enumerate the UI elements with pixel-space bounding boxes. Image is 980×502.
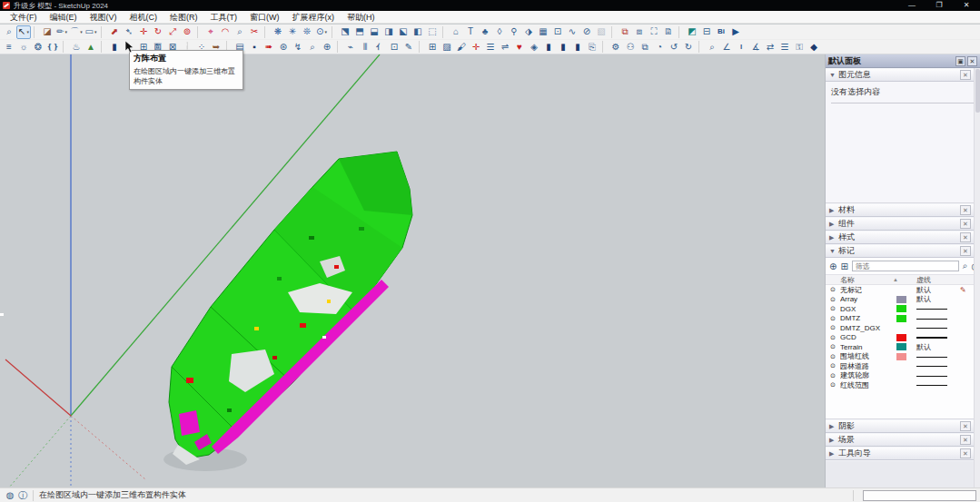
- add-tag-folder-icon[interactable]: ⊞: [840, 261, 847, 271]
- menu-item-3[interactable]: 视图(V): [84, 11, 124, 24]
- ibeam-icon[interactable]: I: [734, 40, 748, 54]
- lightning-icon[interactable]: ↯: [291, 40, 305, 54]
- tag-row[interactable]: ⊙DMTZ: [826, 314, 980, 324]
- section-cut-icon[interactable]: ✂: [247, 25, 262, 39]
- tag-row[interactable]: ⊙Array默认: [826, 295, 980, 305]
- rectangle-tool-icon[interactable]: ▭▾: [84, 25, 98, 39]
- tags-close-icon[interactable]: ✕: [960, 246, 971, 256]
- printer-icon[interactable]: ♨: [69, 40, 84, 54]
- close-button[interactable]: ✕: [953, 0, 980, 11]
- view-right-icon[interactable]: ◨: [381, 25, 396, 39]
- image2-icon[interactable]: ▨: [440, 40, 454, 54]
- dark-block-icon[interactable]: ▮: [107, 40, 122, 54]
- section-close-icon[interactable]: ✕: [960, 435, 971, 445]
- dropdown-arrow-icon[interactable]: ▾: [64, 30, 67, 34]
- visibility-eye-icon[interactable]: ⊙: [826, 362, 840, 369]
- tag-color-swatch[interactable]: [896, 353, 916, 360]
- play-icon[interactable]: ▶: [728, 25, 743, 39]
- tag-color-swatch[interactable]: [896, 315, 916, 322]
- person2-icon[interactable]: 亻: [372, 40, 387, 54]
- menu-item-7[interactable]: 窗口(W): [243, 11, 286, 24]
- measurement-input[interactable]: [863, 490, 976, 501]
- visibility-eye-icon[interactable]: ⊙: [826, 381, 840, 389]
- tag-name[interactable]: 园林道路: [840, 361, 896, 371]
- window-icon[interactable]: ⊡: [387, 40, 401, 54]
- transform-3-icon[interactable]: ⛶: [647, 25, 661, 39]
- tag-color-swatch[interactable]: [896, 343, 916, 350]
- rotate-tool-icon[interactable]: ↻: [151, 25, 165, 39]
- tray-top-section-3[interactable]: ▶样式✕: [826, 231, 980, 244]
- tag-search-icon[interactable]: ⌕: [963, 261, 968, 271]
- tray-bottom-section-1[interactable]: ▶阴影✕: [826, 419, 980, 433]
- tag-dash-style[interactable]: [916, 362, 960, 370]
- home-icon[interactable]: ⌂: [449, 25, 463, 39]
- flows-icon[interactable]: ⇌: [498, 40, 512, 54]
- tag-filter-input[interactable]: [852, 261, 959, 271]
- clipboard-3-icon[interactable]: ▮: [570, 40, 585, 54]
- tray-top-section-2[interactable]: ▶组件✕: [826, 217, 980, 231]
- cross2-icon[interactable]: ✛: [469, 40, 483, 54]
- globe-gear-icon[interactable]: ❂: [31, 40, 45, 54]
- dropdown-arrow-icon[interactable]: ▾: [94, 30, 97, 34]
- offset-tool-icon[interactable]: ⊚: [180, 25, 194, 39]
- list-icon[interactable]: ≡: [2, 40, 16, 54]
- column-dashes-label[interactable]: 虚线: [916, 275, 931, 285]
- layers-icon[interactable]: ☰: [483, 40, 498, 54]
- tag-row[interactable]: ⊙红线范围: [826, 380, 980, 390]
- text-tool-icon[interactable]: T: [463, 25, 478, 39]
- angle-icon[interactable]: ∠: [719, 40, 734, 54]
- zoom-window-icon[interactable]: ⌕: [233, 25, 247, 39]
- list2-icon[interactable]: ☰: [777, 40, 792, 54]
- redo-circle-icon[interactable]: ↻: [681, 40, 696, 54]
- tag-dash-style[interactable]: [916, 305, 960, 313]
- tag-name[interactable]: GCD: [840, 333, 896, 341]
- download-circle-icon[interactable]: ⊕: [320, 40, 334, 54]
- tape-measure-icon[interactable]: ⌖: [203, 25, 218, 39]
- person-component-icon[interactable]: ⚲: [507, 25, 521, 39]
- tag-name[interactable]: 建筑轮廓: [840, 370, 896, 380]
- tag-dash-style[interactable]: 默认: [916, 285, 960, 295]
- menu-item-9[interactable]: 帮助(H): [341, 11, 381, 24]
- last-tool-icon[interactable]: ◆: [807, 40, 821, 54]
- bim-icon[interactable]: Bi: [714, 25, 728, 39]
- visibility-eye-icon[interactable]: ⊙: [826, 343, 840, 350]
- column-name-label[interactable]: 名称: [840, 275, 893, 285]
- zoom-tool-icon[interactable]: ⌕: [2, 25, 16, 39]
- tag-name[interactable]: Array: [840, 295, 896, 303]
- view-front-icon[interactable]: ⬓: [367, 25, 381, 39]
- window-plus-icon[interactable]: ⊞: [425, 40, 440, 54]
- visibility-eye-icon[interactable]: ⊙: [826, 286, 840, 293]
- section-close-icon[interactable]: ✕: [960, 219, 971, 229]
- stamp-tool-3-icon[interactable]: ❊: [300, 25, 314, 39]
- swap-icon[interactable]: ⇄: [763, 40, 777, 54]
- render-pair-icon[interactable]: ◩: [685, 25, 699, 39]
- hide-rest-icon[interactable]: ⊘: [579, 25, 594, 39]
- brackets-icon[interactable]: ❴❵: [45, 40, 60, 54]
- tag-dash-style[interactable]: [916, 352, 960, 360]
- tag-row[interactable]: ⊙建筑轮廓: [826, 371, 980, 381]
- tags-section-bar[interactable]: ▼ 标记 ✕: [826, 244, 980, 258]
- section-close-icon[interactable]: ✕: [960, 421, 971, 431]
- minus-panel-icon[interactable]: ⊟: [699, 25, 714, 39]
- curve-icon[interactable]: ∿: [565, 25, 579, 39]
- dropdown-arrow-icon[interactable]: ▾: [324, 30, 327, 34]
- bucket-icon[interactable]: ◈: [527, 40, 541, 54]
- tag-name[interactable]: 围墙红线: [840, 351, 896, 361]
- tray-pin-button[interactable]: ▣: [955, 56, 965, 66]
- menu-item-2[interactable]: 编辑(E): [44, 11, 84, 24]
- heart-shield-icon[interactable]: ♥: [512, 40, 527, 54]
- current-tag-pencil-icon[interactable]: ✎: [960, 286, 973, 294]
- protractor-icon[interactable]: ◠: [218, 25, 233, 39]
- tree-component-icon[interactable]: ♣: [478, 25, 492, 39]
- tag-color-swatch[interactable]: [896, 305, 916, 312]
- model-viewport[interactable]: [0, 54, 825, 487]
- tag-dash-style[interactable]: 默认: [916, 342, 960, 352]
- help-circle-icon[interactable]: ◔: [652, 40, 667, 54]
- gear-icon[interactable]: ⚙: [609, 40, 623, 54]
- export-page-icon[interactable]: 🗎: [661, 25, 676, 39]
- undo-circle-icon[interactable]: ↺: [667, 40, 681, 54]
- tag-dash-style[interactable]: 默认: [916, 294, 960, 304]
- dropdown-arrow-icon[interactable]: ▾: [80, 30, 83, 34]
- dropdown-arrow-icon[interactable]: ▾: [26, 30, 29, 34]
- vase-component-icon[interactable]: ◊: [492, 25, 507, 39]
